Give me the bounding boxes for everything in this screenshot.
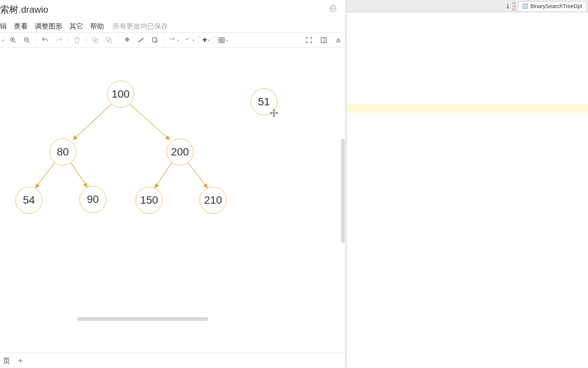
separator: [68, 35, 68, 45]
language-icon[interactable]: [329, 4, 337, 15]
insert-dropdown[interactable]: +▾: [202, 35, 210, 45]
fullscreen-icon[interactable]: [304, 35, 314, 45]
move-cursor-icon: [270, 109, 278, 119]
menu-edit[interactable]: 辑: [0, 22, 7, 31]
save-status: 所有更改均已保存: [113, 22, 168, 31]
tree-node-200[interactable]: 200: [166, 138, 193, 165]
svg-line-14: [138, 38, 143, 42]
zoom-dropdown[interactable]: ▾: [2, 38, 4, 42]
svg-line-28: [35, 162, 55, 188]
separator: [86, 35, 86, 45]
separator: [36, 35, 36, 45]
zoom-out-icon[interactable]: [22, 35, 32, 45]
title-bar: 索树.drawio: [0, 0, 346, 19]
collapse-icon[interactable]: [333, 35, 343, 45]
zoom-in-icon[interactable]: [8, 35, 18, 45]
ide-editor[interactable]: [346, 12, 588, 368]
separator: [118, 35, 118, 45]
svg-rect-19: [219, 37, 224, 43]
drawio-app: 索树.drawio 辑 查看 调整图形 其它 帮助 所有更改均已保存 ▾: [0, 0, 346, 368]
toolbar: ▾: [0, 32, 346, 48]
add-page-button[interactable]: +: [18, 355, 23, 366]
svg-line-27: [129, 104, 170, 140]
svg-line-26: [73, 104, 112, 140]
to-back-icon[interactable]: [104, 35, 114, 45]
ide-file-tab[interactable]: BinarySearchTreeOpt: [518, 2, 586, 11]
menu-bar: 辑 查看 调整图形 其它 帮助 所有更改均已保存: [0, 19, 346, 32]
tree-node-150[interactable]: 150: [136, 187, 163, 214]
tree-node-100[interactable]: 100: [107, 81, 134, 108]
drawing-canvas[interactable]: 100 80 200 54 90 150 210 51: [0, 48, 346, 322]
menu-extras[interactable]: 其它: [69, 22, 83, 31]
svg-line-31: [188, 162, 207, 188]
svg-rect-24: [321, 37, 326, 42]
separator: [214, 35, 214, 45]
file-name[interactable]: 索树.drawio: [0, 3, 48, 16]
menu-view[interactable]: 查看: [14, 22, 28, 31]
delete-icon[interactable]: [72, 35, 82, 45]
to-front-icon[interactable]: [90, 35, 100, 45]
line-color-icon[interactable]: [136, 35, 146, 45]
horizontal-scrollbar[interactable]: [77, 317, 208, 321]
menu-help[interactable]: 帮助: [90, 22, 104, 31]
svg-line-18: [185, 38, 190, 40]
fill-color-icon[interactable]: [122, 35, 132, 45]
ide-file-name: BinarySearchTreeOpt: [530, 3, 582, 9]
svg-rect-15: [153, 38, 156, 42]
tree-node-54[interactable]: 54: [15, 187, 42, 214]
svg-line-30: [155, 162, 172, 188]
tree-edges: [0, 48, 346, 322]
connection-dropdown[interactable]: ▾: [168, 37, 179, 43]
svg-marker-17: [174, 38, 175, 40]
ide-current-line-highlight: [346, 104, 588, 113]
tree-node-80[interactable]: 80: [49, 138, 76, 165]
java-file-icon: [522, 3, 528, 9]
tree-node-210[interactable]: 210: [200, 187, 227, 214]
separator: [164, 35, 164, 45]
separator: [198, 35, 198, 45]
svg-line-29: [71, 162, 87, 187]
undo-icon[interactable]: [40, 35, 50, 45]
format-panel-icon[interactable]: [319, 35, 329, 45]
ide-tab-bar: 011001 BinarySearchTreeOpt: [346, 0, 588, 12]
tree-node-90[interactable]: 90: [79, 186, 106, 213]
waypoints-dropdown[interactable]: ▾: [183, 37, 194, 43]
vertical-scrollbar[interactable]: [341, 139, 345, 243]
ide-panel: 011001 BinarySearchTreeOpt: [346, 0, 588, 368]
page-tab-current[interactable]: 页: [3, 356, 10, 365]
redo-icon[interactable]: [54, 35, 64, 45]
menu-arrange[interactable]: 调整图形: [35, 22, 62, 31]
sort-members-icon[interactable]: 011001: [507, 2, 516, 11]
table-dropdown[interactable]: ▾: [218, 37, 228, 44]
shadow-icon[interactable]: [150, 35, 160, 45]
svg-line-8: [28, 41, 30, 43]
svg-line-4: [14, 41, 16, 43]
page-tab-bar: 页 +: [0, 353, 346, 368]
